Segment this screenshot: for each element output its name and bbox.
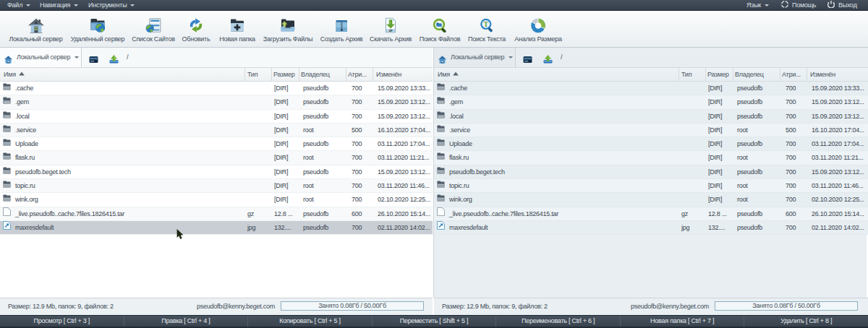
svg-text:xxx: xxx bbox=[4, 114, 10, 118]
svg-text:xxx: xxx bbox=[438, 100, 444, 104]
svg-text:xxx: xxx bbox=[4, 100, 10, 104]
svg-text:xxx: xxx bbox=[438, 114, 444, 118]
